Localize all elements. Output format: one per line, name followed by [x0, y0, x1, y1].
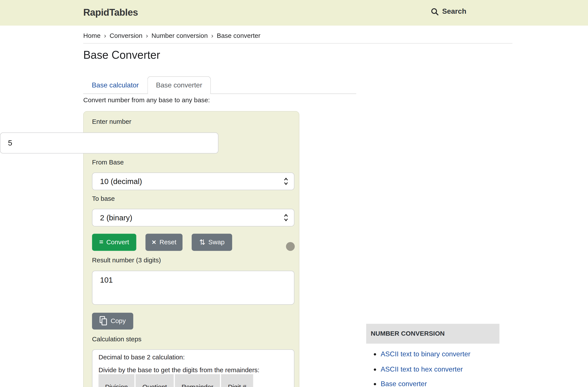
bullet-icon	[374, 383, 376, 385]
x-icon: ✕	[152, 239, 156, 246]
tab-base-calculator[interactable]: Base calculator	[83, 76, 147, 94]
sidebar-heading: NUMBER CONVERSION	[366, 324, 500, 344]
from-base-label: From Base	[92, 159, 124, 166]
number-input[interactable]	[0, 132, 218, 153]
page-title: Base Converter	[83, 49, 160, 62]
breadcrumb-home[interactable]: Home	[83, 32, 101, 40]
sidebar-link-ascii-hex[interactable]: ASCII text to hex converter	[374, 366, 463, 373]
to-base-select[interactable]: 2 (binary)	[92, 209, 294, 226]
sidebar-link-label: ASCII text to hex converter	[381, 366, 463, 373]
floating-dot	[286, 242, 295, 251]
table-header-remainder: Remainder	[175, 374, 220, 387]
header-divider	[83, 43, 512, 43]
copy-button-label: Copy	[110, 317, 126, 325]
sidebar-link-base-converter[interactable]: Base converter	[374, 380, 427, 387]
bullet-icon	[374, 368, 376, 371]
breadcrumb-separator: ›	[211, 32, 213, 40]
swap-button[interactable]: ⇅ Swap	[192, 234, 232, 251]
copy-button[interactable]: Copy	[92, 313, 133, 330]
breadcrumb-number-conversion[interactable]: Number conversion	[151, 32, 208, 40]
search-icon	[431, 7, 439, 15]
convert-button[interactable]: = Convert	[92, 234, 136, 251]
calc-steps-table-header-row: Division Quotient Remainder Digit #	[99, 374, 253, 387]
sidebar-link-label: Base converter	[381, 380, 427, 387]
sidebar-link-label: ASCII text to binary converter	[381, 350, 471, 358]
chevron-up-down-icon	[283, 214, 289, 222]
table-header-digit: Digit #	[221, 374, 253, 387]
reset-button[interactable]: ✕ Reset	[146, 234, 183, 251]
site-logo[interactable]: RapidTables	[83, 7, 138, 18]
breadcrumb: Home › Conversion › Number conversion › …	[83, 32, 261, 40]
calc-step-line-2: Divide by the base to get the digits fro…	[99, 366, 259, 374]
equals-icon: =	[99, 238, 103, 246]
breadcrumb-separator: ›	[104, 32, 106, 40]
search-button[interactable]: Search	[431, 7, 466, 16]
search-label: Search	[442, 7, 466, 16]
breadcrumb-current: Base converter	[217, 32, 261, 40]
to-base-label: To base	[92, 195, 115, 203]
breadcrumb-conversion[interactable]: Conversion	[110, 32, 143, 40]
convert-button-label: Convert	[106, 238, 129, 246]
page-lead-text: Convert number from any base to any base…	[83, 97, 210, 104]
table-header-quotient: Quotient	[136, 374, 174, 387]
reset-button-label: Reset	[159, 238, 176, 246]
chevron-up-down-icon	[283, 177, 289, 186]
result-textarea[interactable]: 101	[92, 271, 294, 304]
swap-button-label: Swap	[209, 238, 225, 246]
breadcrumb-separator: ›	[146, 32, 148, 40]
from-base-value: 10 (decimal)	[100, 177, 142, 186]
table-header-division: Division	[99, 374, 134, 387]
bullet-icon	[374, 353, 376, 355]
copy-icon	[100, 316, 108, 326]
sidebar-link-ascii-binary[interactable]: ASCII text to binary converter	[374, 350, 470, 358]
enter-number-label: Enter number	[92, 118, 131, 126]
from-base-select[interactable]: 10 (decimal)	[92, 172, 294, 190]
calc-step-line-1: Decimal to base 2 calculation:	[99, 353, 185, 361]
to-base-value: 2 (binary)	[100, 213, 132, 222]
calculation-steps-label: Calculation steps	[92, 336, 141, 343]
swap-arrows-icon: ⇅	[199, 238, 205, 246]
result-number-label: Result number (3 digits)	[92, 257, 161, 264]
tab-base-converter-active[interactable]: Base converter	[147, 76, 211, 94]
